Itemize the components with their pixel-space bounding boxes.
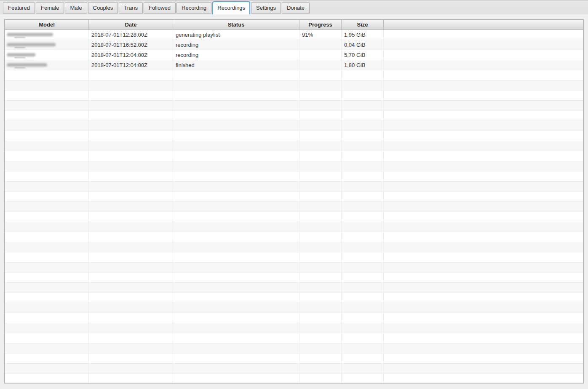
cell-empty [299,202,342,212]
empty-table-row[interactable] [5,151,583,161]
empty-table-row[interactable] [5,91,583,101]
cell-empty [5,232,89,242]
empty-table-row[interactable] [5,242,583,252]
recording-row[interactable]: 2018-07-01T12:28:00Zgenerating playlist9… [5,30,583,40]
empty-table-row[interactable] [5,80,583,91]
empty-table-row[interactable] [5,323,583,333]
empty-table-row[interactable] [5,303,583,313]
empty-table-row[interactable] [5,212,583,222]
cell-empty [5,141,89,151]
cell-empty [299,313,342,323]
cell-empty [384,283,583,293]
empty-table-row[interactable] [5,364,583,374]
cell-empty [173,232,299,242]
cell-empty [173,80,299,91]
tab-followed[interactable]: Followed [144,2,176,13]
cell-empty [342,172,384,182]
empty-table-row[interactable] [5,202,583,212]
cell-status: generating playlist [173,30,299,40]
tab-donate[interactable]: Donate [282,2,310,13]
cell-filler [384,30,583,40]
cell-empty [342,303,384,313]
tab-recordings[interactable]: Recordings [212,1,250,14]
cell-empty [299,283,342,293]
empty-table-row[interactable] [5,182,583,192]
cell-empty [89,141,173,151]
recording-row[interactable]: 2018-07-01T12:04:00Zrecording5,70 GiB [5,50,583,60]
recording-row[interactable]: 2018-07-01T12:04:00Zfinished1,80 GiB [5,60,583,70]
cell-filler [384,40,583,50]
column-header-progress[interactable]: Progress [299,20,342,30]
cell-empty [384,343,583,354]
cell-empty [89,293,173,303]
column-header-model[interactable]: Model [5,20,89,30]
cell-empty [89,283,173,293]
cell-empty [384,273,583,283]
cell-empty [5,374,89,384]
cell-empty [384,263,583,273]
empty-table-row[interactable] [5,343,583,354]
cell-empty [384,151,583,161]
cell-model [5,40,89,50]
cell-empty [299,91,342,101]
empty-table-row[interactable] [5,222,583,232]
column-header-size[interactable]: Size [342,20,384,30]
empty-table-row[interactable] [5,172,583,182]
cell-empty [384,111,583,121]
empty-table-row[interactable] [5,232,583,242]
tab-settings[interactable]: Settings [251,2,281,13]
cell-empty [5,293,89,303]
cell-empty [5,70,89,80]
cell-empty [299,151,342,161]
cell-empty [173,182,299,192]
empty-table-row[interactable] [5,273,583,283]
empty-table-row[interactable] [5,283,583,293]
cell-empty [299,161,342,172]
cell-empty [384,323,583,333]
cell-empty [384,70,583,80]
tab-trans[interactable]: Trans [119,2,143,13]
empty-table-row[interactable] [5,192,583,202]
tab-couples[interactable]: Couples [88,2,118,13]
empty-table-row[interactable] [5,333,583,343]
cell-empty [5,121,89,131]
cell-empty [384,192,583,202]
cell-empty [173,354,299,364]
cell-status: recording [173,50,299,60]
empty-table-row[interactable] [5,141,583,151]
empty-table-row[interactable] [5,101,583,111]
cell-empty [299,192,342,202]
empty-table-row[interactable] [5,161,583,172]
cell-empty [173,111,299,121]
empty-table-row[interactable] [5,121,583,131]
cell-model [5,30,89,40]
cell-empty [5,192,89,202]
column-header-date[interactable]: Date [89,20,173,30]
cell-empty [342,111,384,121]
tab-recording[interactable]: Recording [176,2,211,13]
empty-table-row[interactable] [5,374,583,384]
cell-empty [342,91,384,101]
cell-empty [173,303,299,313]
cell-empty [89,172,173,182]
cell-status: finished [173,60,299,70]
cell-empty [173,121,299,131]
empty-table-row[interactable] [5,70,583,80]
cell-empty [299,121,342,131]
empty-table-row[interactable] [5,293,583,303]
column-header-status[interactable]: Status [173,20,299,30]
cell-empty [342,212,384,222]
empty-table-row[interactable] [5,263,583,273]
empty-table-row[interactable] [5,131,583,141]
cell-empty [5,101,89,111]
tab-featured[interactable]: Featured [3,2,35,13]
recording-row[interactable]: 2018-07-01T16:52:00Zrecording0,04 GiB [5,40,583,50]
empty-table-row[interactable] [5,354,583,364]
tab-male[interactable]: Male [65,2,87,13]
empty-table-row[interactable] [5,111,583,121]
cell-empty [89,131,173,141]
empty-table-row[interactable] [5,252,583,263]
tab-female[interactable]: Female [36,2,64,13]
empty-table-row[interactable] [5,313,583,323]
cell-empty [384,293,583,303]
